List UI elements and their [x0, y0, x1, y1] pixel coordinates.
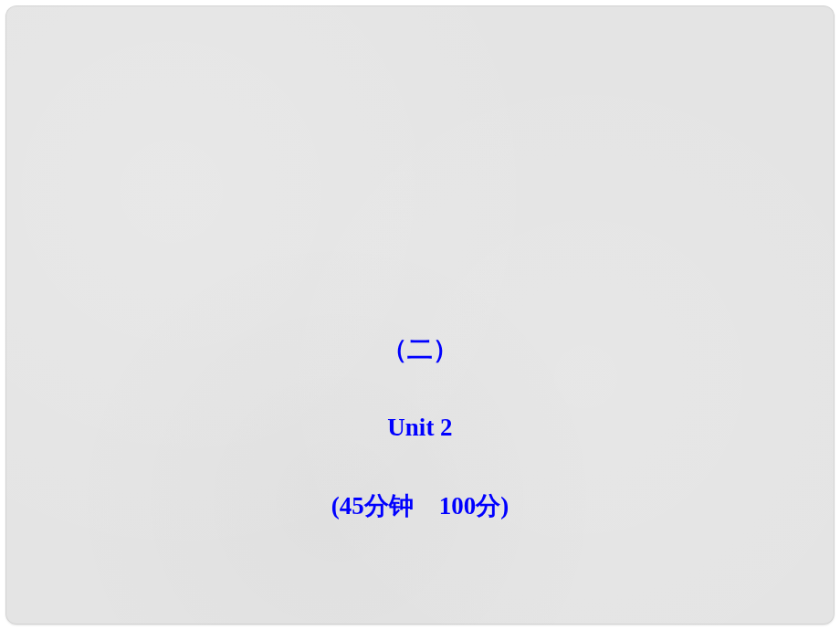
slide-container: （二） Unit 2 (45分钟100分): [5, 5, 835, 625]
duration-score: (45分钟100分): [331, 489, 509, 524]
unit-label: Unit 2: [387, 411, 452, 446]
duration-unit: 分钟: [364, 492, 414, 520]
duration-prefix: (45: [331, 492, 364, 520]
score-unit: 分): [476, 492, 509, 520]
score-value: 100: [439, 492, 477, 520]
section-number: （二）: [382, 331, 458, 367]
